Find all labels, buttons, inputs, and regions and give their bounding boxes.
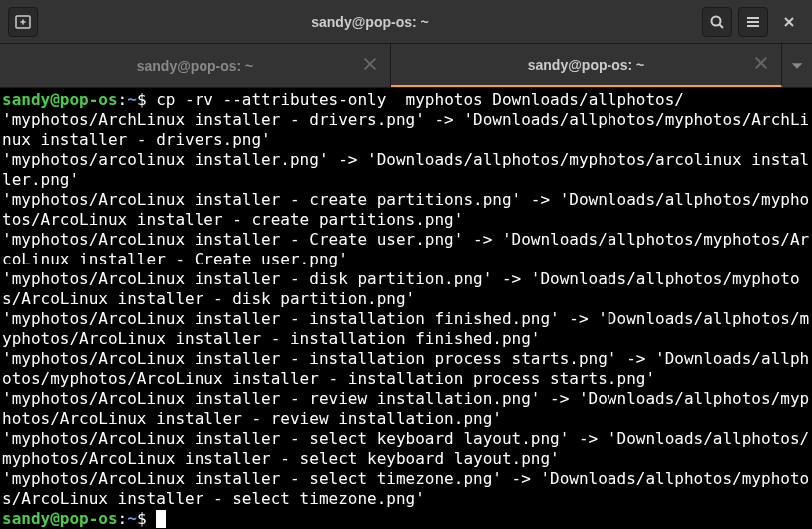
close-icon [753,55,769,71]
prompt-colon: : [118,509,128,528]
close-icon [362,56,378,72]
cursor [156,510,166,528]
tab-dropdown-button[interactable] [782,44,812,87]
tab-close-button[interactable] [362,56,378,75]
svg-rect-5 [747,25,759,27]
menu-button[interactable] [738,7,768,37]
prompt-user-host: sandy@pop-os [2,509,118,528]
prompt-colon: : [118,90,128,109]
titlebar-left [8,7,38,37]
tabs-bar: sandy@pop-os: ~ sandy@pop-os: ~ [0,44,812,88]
window-title: sandy@pop-os: ~ [311,14,429,30]
tab-label: sandy@pop-os: ~ [528,57,645,73]
prompt-dollar: $ [137,509,147,528]
svg-rect-3 [747,17,759,19]
chevron-down-icon [789,58,805,74]
terminal-plus-icon [15,14,31,30]
search-button[interactable] [702,7,732,37]
new-tab-button[interactable] [8,7,38,37]
prompt-path: ~ [127,509,137,528]
hamburger-icon [745,14,761,30]
titlebar-right [702,7,804,37]
output-text: 'myphotos/ArchLinux installer - drivers.… [2,110,809,508]
prompt-dollar: $ [137,90,147,109]
command-text: cp -rv --attributes-only myphotos Downlo… [147,90,684,109]
window-close-button[interactable] [774,7,804,37]
tab-label: sandy@pop-os: ~ [137,58,254,74]
prompt-path: ~ [127,90,137,109]
close-icon [781,14,797,30]
svg-line-2 [720,24,724,28]
tab-close-button[interactable] [753,55,769,74]
tab-1[interactable]: sandy@pop-os: ~ [0,44,391,87]
titlebar: sandy@pop-os: ~ [0,0,812,44]
svg-point-1 [712,16,721,25]
terminal-content[interactable]: sandy@pop-os:~$ cp -rv --attributes-only… [0,88,812,529]
svg-rect-4 [747,21,759,23]
search-icon [709,14,725,30]
prompt-user-host: sandy@pop-os [2,90,118,109]
tab-2[interactable]: sandy@pop-os: ~ [391,44,782,87]
